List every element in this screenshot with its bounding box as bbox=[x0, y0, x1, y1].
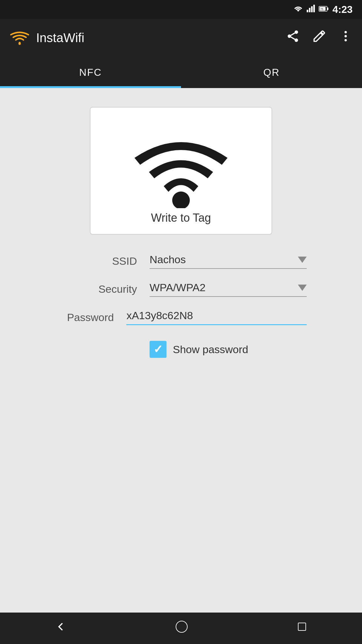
svg-rect-20 bbox=[298, 623, 306, 630]
app-logo-container: InstaWifi bbox=[9, 28, 286, 48]
status-bar: 75 4:23 bbox=[0, 0, 362, 19]
form-section: SSID Nachos Security WPA/WPA2 Password ✓… bbox=[55, 250, 307, 364]
app-bar-actions bbox=[286, 29, 353, 46]
show-password-label: Show password bbox=[173, 343, 248, 356]
tab-qr-label: QR bbox=[263, 67, 280, 78]
wifi-large-icon bbox=[128, 120, 234, 208]
wifi-status-icon bbox=[293, 5, 303, 14]
back-button[interactable] bbox=[54, 620, 68, 637]
security-dropdown[interactable]: WPA/WPA2 bbox=[150, 281, 307, 297]
status-icons: 75 4:23 bbox=[293, 4, 353, 15]
write-to-tag-card[interactable]: Write to Tag bbox=[90, 107, 272, 235]
battery-status-icon: 75 bbox=[319, 5, 329, 14]
svg-line-13 bbox=[291, 37, 295, 39]
svg-point-10 bbox=[295, 31, 298, 34]
status-time: 4:23 bbox=[332, 4, 353, 15]
ssid-dropdown[interactable]: Nachos bbox=[150, 253, 307, 269]
edit-button[interactable] bbox=[312, 29, 326, 46]
password-input[interactable] bbox=[126, 309, 307, 325]
svg-text:75: 75 bbox=[320, 8, 323, 11]
recent-apps-button[interactable] bbox=[296, 620, 308, 636]
signal-status-icon bbox=[307, 5, 315, 14]
svg-point-15 bbox=[344, 31, 347, 33]
app-logo bbox=[9, 28, 30, 48]
ssid-label: SSID bbox=[55, 255, 137, 267]
tab-qr[interactable]: QR bbox=[181, 57, 362, 88]
bottom-nav bbox=[0, 613, 362, 644]
share-button[interactable] bbox=[286, 29, 300, 46]
main-content: Write to Tag SSID Nachos Security WPA/WP… bbox=[0, 88, 362, 613]
checkmark-icon: ✓ bbox=[153, 344, 163, 355]
app-title: InstaWifi bbox=[36, 31, 84, 45]
password-row: Password bbox=[55, 306, 307, 328]
tab-bar: NFC QR bbox=[0, 57, 362, 88]
more-options-button[interactable] bbox=[339, 29, 353, 46]
security-row: Security WPA/WPA2 bbox=[55, 278, 307, 300]
svg-rect-3 bbox=[313, 5, 315, 12]
app-bar: InstaWifi bbox=[0, 19, 362, 57]
svg-point-17 bbox=[344, 39, 347, 41]
security-dropdown-arrow bbox=[298, 285, 307, 291]
tab-nfc-label: NFC bbox=[79, 67, 102, 78]
svg-rect-2 bbox=[311, 6, 313, 12]
show-password-row: ✓ Show password bbox=[150, 335, 307, 364]
tab-nfc[interactable]: NFC bbox=[0, 57, 181, 88]
home-button[interactable] bbox=[175, 620, 189, 637]
svg-rect-1 bbox=[309, 8, 310, 12]
svg-point-9 bbox=[19, 42, 21, 45]
ssid-value: Nachos bbox=[150, 253, 186, 266]
security-label: Security bbox=[55, 283, 137, 295]
svg-point-19 bbox=[176, 621, 187, 632]
svg-rect-5 bbox=[327, 8, 328, 10]
svg-point-18 bbox=[172, 192, 190, 208]
ssid-dropdown-arrow bbox=[298, 257, 307, 263]
svg-rect-0 bbox=[307, 10, 308, 12]
svg-point-16 bbox=[344, 35, 347, 37]
ssid-row: SSID Nachos bbox=[55, 250, 307, 272]
write-to-tag-label: Write to Tag bbox=[151, 211, 211, 225]
password-label: Password bbox=[55, 311, 114, 324]
svg-point-11 bbox=[288, 35, 291, 38]
svg-point-12 bbox=[295, 38, 298, 42]
security-value: WPA/WPA2 bbox=[150, 281, 206, 294]
svg-line-14 bbox=[291, 33, 295, 35]
show-password-checkbox[interactable]: ✓ bbox=[150, 341, 167, 358]
